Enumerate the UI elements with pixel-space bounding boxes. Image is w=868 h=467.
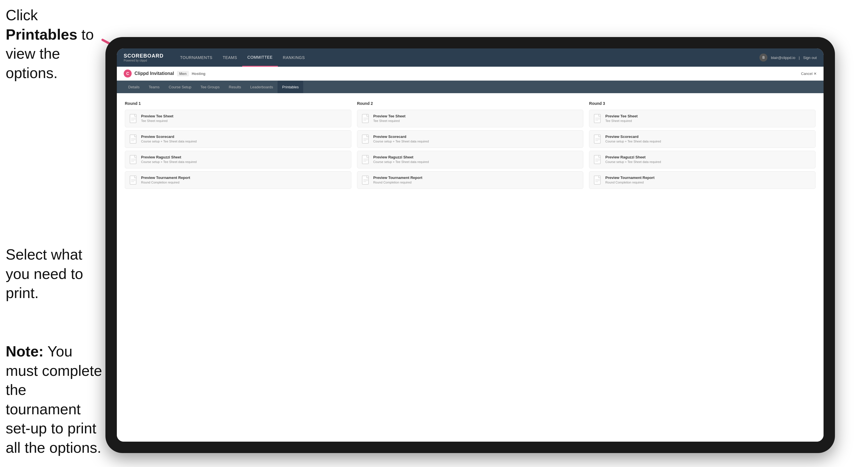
tablet-device: SCOREBOARD Powered by clippd TOURNAMENTS…	[105, 37, 835, 453]
print-card-subtitle: Tee Sheet required	[373, 119, 579, 123]
tab-details[interactable]: Details	[124, 81, 144, 93]
top-nav: SCOREBOARD Powered by clippd TOURNAMENTS…	[117, 49, 824, 67]
round-3-column: Round 3 Preview Tee SheetTee Sheet requi…	[589, 101, 815, 192]
print-card-info: Preview Raguzzi SheetCourse setup + Tee …	[373, 155, 579, 163]
tablet-screen: SCOREBOARD Powered by clippd TOURNAMENTS…	[117, 49, 824, 442]
tab-leaderboards[interactable]: Leaderboards	[246, 81, 278, 93]
svg-rect-28	[362, 155, 368, 164]
print-card-subtitle: Round Completion required	[141, 181, 346, 184]
print-card-title: Preview Scorecard	[141, 134, 346, 139]
nav-rankings[interactable]: RANKINGS	[278, 49, 310, 67]
document-icon	[594, 176, 602, 185]
tournament-bracket: Men	[177, 71, 189, 76]
logo-title: SCOREBOARD	[124, 53, 163, 59]
print-card-title: Preview Tournament Report	[605, 176, 811, 180]
document-icon	[362, 134, 370, 144]
tournament-name-row: C Clippd Invitational Men Hosting	[124, 69, 206, 77]
print-card-r1-1[interactable]: Preview ScorecardCourse setup + Tee Shee…	[125, 130, 351, 148]
round-3-title: Round 3	[589, 101, 815, 106]
separator: |	[799, 56, 800, 60]
annotation-bottom: Note: You must complete the tournament s…	[6, 342, 102, 458]
annotation-middle: Select what you need to print.	[6, 245, 97, 303]
user-avatar: B	[760, 54, 767, 62]
svg-rect-36	[594, 114, 600, 123]
document-icon	[130, 155, 137, 164]
main-content: Round 1 Preview Tee SheetTee Sheet requi…	[117, 93, 824, 442]
print-card-title: Preview Scorecard	[605, 134, 811, 139]
svg-rect-44	[594, 155, 600, 164]
print-card-r1-3[interactable]: Preview Tournament ReportRound Completio…	[125, 171, 351, 189]
round-1-title: Round 1	[125, 101, 351, 106]
print-card-subtitle: Course setup + Tee Sheet data required	[141, 139, 346, 143]
print-card-r2-1[interactable]: Preview ScorecardCourse setup + Tee Shee…	[357, 130, 584, 148]
sign-out-link[interactable]: Sign out	[803, 56, 817, 60]
svg-rect-24	[362, 135, 368, 143]
print-card-title: Preview Raguzzi Sheet	[141, 155, 346, 159]
annotation-bold: Printables	[6, 26, 77, 43]
nav-tournaments[interactable]: TOURNAMENTS	[175, 49, 217, 67]
print-card-subtitle: Course setup + Tee Sheet data required	[141, 160, 346, 163]
print-card-subtitle: Tee Sheet required	[141, 119, 346, 123]
nav-teams[interactable]: TEAMS	[217, 49, 242, 67]
print-card-info: Preview Tee SheetTee Sheet required	[141, 114, 346, 123]
print-card-info: Preview Tournament ReportRound Completio…	[141, 176, 346, 184]
print-card-r2-3[interactable]: Preview Tournament ReportRound Completio…	[357, 171, 584, 189]
print-card-subtitle: Tee Sheet required	[605, 119, 811, 123]
document-icon	[130, 176, 137, 185]
print-card-r1-0[interactable]: Preview Tee SheetTee Sheet required	[125, 110, 351, 127]
print-card-r3-1[interactable]: Preview ScorecardCourse setup + Tee Shee…	[589, 130, 815, 148]
document-icon	[362, 114, 370, 123]
nav-committee[interactable]: COMMITTEE	[242, 49, 278, 67]
print-card-info: Preview Raguzzi SheetCourse setup + Tee …	[141, 155, 346, 163]
svg-rect-12	[130, 155, 136, 164]
document-icon	[130, 114, 137, 123]
print-card-r2-0[interactable]: Preview Tee SheetTee Sheet required	[357, 110, 584, 127]
print-card-r3-0[interactable]: Preview Tee SheetTee Sheet required	[589, 110, 815, 127]
print-card-r3-3[interactable]: Preview Tournament ReportRound Completio…	[589, 171, 815, 189]
print-card-title: Preview Tournament Report	[141, 176, 346, 180]
print-card-subtitle: Course setup + Tee Sheet data required	[605, 160, 811, 163]
print-card-info: Preview Tee SheetTee Sheet required	[605, 114, 811, 123]
document-icon	[130, 134, 137, 144]
document-icon	[594, 155, 602, 164]
print-card-subtitle: Course setup + Tee Sheet data required	[373, 139, 579, 143]
print-card-r3-2[interactable]: Preview Raguzzi SheetCourse setup + Tee …	[589, 151, 815, 168]
print-card-title: Preview Tee Sheet	[373, 114, 579, 118]
clippd-icon: C	[124, 69, 132, 77]
user-email: blair@clippd.io	[771, 56, 795, 60]
svg-rect-32	[362, 176, 368, 184]
document-icon	[362, 176, 370, 185]
svg-rect-48	[594, 176, 600, 184]
logo-sub: Powered by clippd	[124, 59, 163, 62]
tab-tee-groups[interactable]: Tee Groups	[196, 81, 224, 93]
document-icon	[594, 134, 602, 144]
round-2-column: Round 2 Preview Tee SheetTee Sheet requi…	[357, 101, 584, 192]
tab-printables[interactable]: Printables	[278, 81, 303, 93]
print-card-title: Preview Scorecard	[373, 134, 579, 139]
print-card-r2-2[interactable]: Preview Raguzzi SheetCourse setup + Tee …	[357, 151, 584, 168]
tab-course-setup[interactable]: Course Setup	[164, 81, 196, 93]
document-icon	[594, 114, 602, 123]
print-card-r1-2[interactable]: Preview Raguzzi SheetCourse setup + Tee …	[125, 151, 351, 168]
tab-teams[interactable]: Teams	[144, 81, 164, 93]
print-card-info: Preview Tournament ReportRound Completio…	[373, 176, 579, 184]
round-1-column: Round 1 Preview Tee SheetTee Sheet requi…	[125, 101, 351, 192]
print-card-subtitle: Round Completion required	[605, 181, 811, 184]
svg-rect-8	[130, 135, 136, 143]
sub-nav: Details Teams Course Setup Tee Groups Re…	[117, 81, 824, 93]
print-card-title: Preview Raguzzi Sheet	[605, 155, 811, 159]
svg-rect-20	[362, 114, 368, 123]
print-card-info: Preview Tournament ReportRound Completio…	[605, 176, 811, 184]
print-card-title: Preview Tee Sheet	[605, 114, 811, 118]
print-card-subtitle: Course setup + Tee Sheet data required	[373, 160, 579, 163]
print-card-title: Preview Raguzzi Sheet	[373, 155, 579, 159]
tab-results[interactable]: Results	[224, 81, 246, 93]
cancel-button[interactable]: Cancel ✕	[801, 71, 817, 76]
rounds-grid: Round 1 Preview Tee SheetTee Sheet requi…	[125, 101, 815, 192]
svg-rect-16	[130, 176, 136, 184]
print-card-title: Preview Tee Sheet	[141, 114, 346, 118]
print-card-info: Preview Raguzzi SheetCourse setup + Tee …	[605, 155, 811, 163]
hosting-badge: Hosting	[192, 71, 206, 76]
svg-rect-4	[130, 114, 136, 123]
top-nav-links: TOURNAMENTS TEAMS COMMITTEE RANKINGS	[175, 49, 760, 67]
